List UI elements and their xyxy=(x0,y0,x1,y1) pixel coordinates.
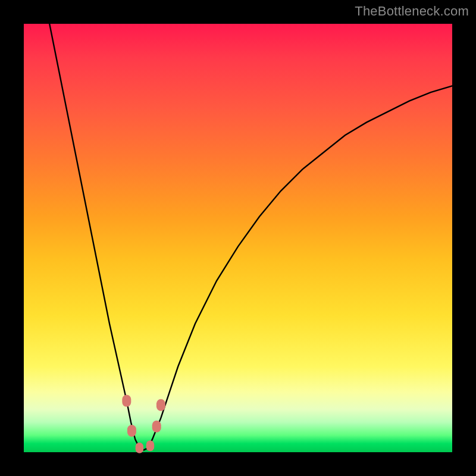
bottleneck-curve xyxy=(49,24,452,450)
right-lower-marker xyxy=(152,421,161,433)
left-lower-marker xyxy=(127,425,136,437)
chart-svg xyxy=(24,24,452,452)
right-upper-marker xyxy=(156,399,165,411)
curve-layer xyxy=(49,24,452,450)
bottom-marker-2 xyxy=(146,440,155,451)
chart-container: TheBottleneck.com xyxy=(0,0,476,476)
bottom-marker-1 xyxy=(136,443,144,453)
plot-area xyxy=(24,24,452,452)
marker-layer xyxy=(122,395,165,453)
left-upper-marker xyxy=(122,395,131,407)
watermark-label: TheBottleneck.com xyxy=(355,4,469,19)
